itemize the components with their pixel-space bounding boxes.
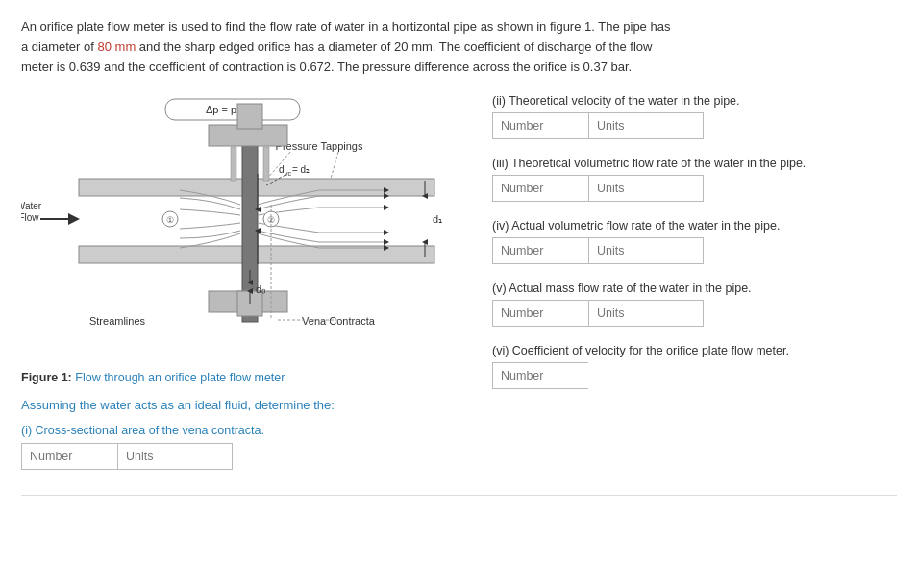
svg-text:d: d [279,164,285,175]
question-i-units[interactable] [117,443,233,470]
svg-text:Streamlines: Streamlines [89,315,146,327]
svg-text:= d₂: = d₂ [292,164,310,175]
svg-rect-9 [237,104,262,129]
assuming-text: Assuming the water acts as an ideal flui… [21,398,463,412]
figure-caption: Figure 1: Flow through an orifice plate … [21,371,463,384]
svg-text:d₁: d₁ [433,213,442,225]
question-v-number[interactable] [492,300,588,327]
question-vi-input-row [492,362,897,389]
figure-caption-bold: Figure 1: [21,371,72,384]
question-ii-label: (ii) Theoretical velocity of the water i… [492,94,897,108]
intro-highlight: 80 mm [98,39,136,54]
question-iii-label: (iii) Theoretical volumetric flow rate o… [492,157,897,170]
intro-paragraph: An orifice plate flow meter is used to f… [21,17,694,77]
svg-text:Water: Water [21,201,42,211]
question-ii-units[interactable] [588,112,704,139]
svg-text:d₀: d₀ [256,283,266,295]
question-v-block: (v) Actual mass flow rate of the water i… [492,282,897,327]
question-iv-number[interactable] [492,237,588,264]
intro-text2: a diameter of [21,39,98,54]
question-vi-number[interactable] [492,362,588,389]
question-iii-block: (iii) Theoretical volumetric flow rate o… [492,157,897,202]
right-panel: (ii) Theoretical velocity of the water i… [492,94,897,406]
question-iv-units[interactable] [588,237,704,264]
figure-caption-text: Flow through an orifice plate flow meter [72,371,285,384]
question-i-block: (i) Cross-sectional area of the vena con… [21,424,463,470]
question-vi-label: (vi) Coefficient of velocity for the ori… [492,344,897,357]
svg-rect-13 [263,147,269,181]
question-i-label: (i) Cross-sectional area of the vena con… [21,424,463,437]
question-ii-number[interactable] [492,112,588,139]
question-iv-input-row [492,237,897,264]
question-ii-input-row [492,112,897,139]
svg-text:①: ① [166,215,174,225]
diagram-container: Δp = p₁ - p₂ Pressure Tappings [21,94,444,363]
diagram-svg: Δp = p₁ - p₂ Pressure Tappings [21,94,444,354]
main-layout: Δp = p₁ - p₂ Pressure Tappings [21,94,897,487]
question-v-input-row [492,300,897,327]
svg-rect-12 [231,147,236,181]
divider [21,495,897,496]
svg-text:vc: vc [285,170,292,177]
question-i-input-row [21,443,463,470]
question-v-label: (v) Actual mass flow rate of the water i… [492,282,897,295]
intro-text3: and the sharp edged orifice has a diamet… [136,39,652,54]
intro-text1: An orifice plate flow meter is used to f… [21,19,670,34]
question-ii-block: (ii) Theoretical velocity of the water i… [492,94,897,139]
svg-text:Pressure Tappings: Pressure Tappings [276,140,363,152]
svg-text:Flow: Flow [21,212,39,223]
question-iv-label: (iv) Actual volumetric flow rate of the … [492,219,897,233]
question-vi-block: (vi) Coefficient of velocity for the ori… [492,344,897,389]
question-i-number[interactable] [21,443,117,470]
question-iii-number[interactable] [492,175,588,202]
question-iv-block: (iv) Actual volumetric flow rate of the … [492,219,897,264]
question-iii-input-row [492,175,897,202]
left-panel: Δp = p₁ - p₂ Pressure Tappings [21,94,463,487]
intro-text4: meter is 0.639 and the coefficient of co… [21,60,632,74]
question-v-units[interactable] [588,300,704,327]
svg-text:Vena Contracta: Vena Contracta [302,315,376,327]
question-iii-units[interactable] [588,175,704,202]
